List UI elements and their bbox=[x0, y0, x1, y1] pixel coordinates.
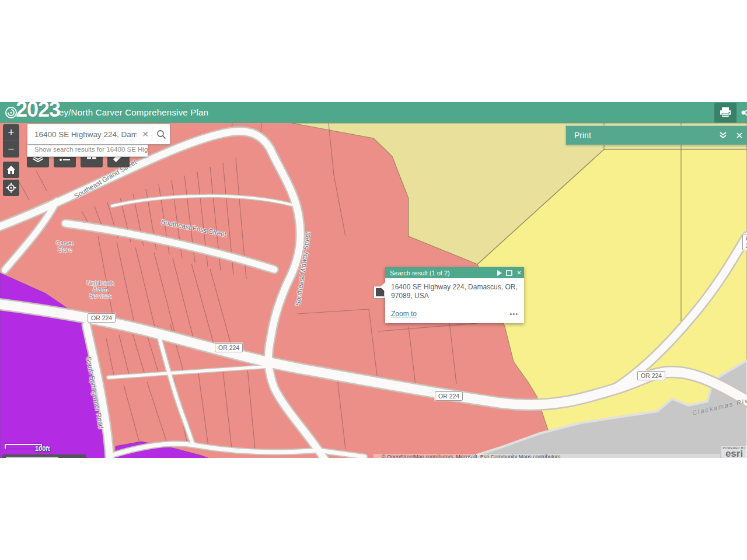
app-header: ey/North Carver Comprehensive Plan bbox=[0, 102, 747, 123]
search-result-popup: Search result (1 of 2) ✕ 16400 SE Highwa… bbox=[385, 267, 524, 323]
attribution-left-pill bbox=[2, 454, 86, 458]
double-chevron-down-icon bbox=[719, 131, 727, 139]
locate-button[interactable] bbox=[3, 180, 19, 196]
highway-shield-or224-2: OR 224 bbox=[215, 343, 243, 352]
esri-logo: POWERED BY esri bbox=[721, 446, 747, 458]
zoom-controls: + − bbox=[3, 124, 19, 158]
search-suggestion-text: Show search results for 16400 SE Hig... bbox=[27, 146, 148, 153]
popup-address-line2: 97089, USA bbox=[391, 292, 429, 300]
attribution-string: © OpenStreetMap contributors, Microsoft,… bbox=[374, 454, 720, 458]
home-button[interactable] bbox=[3, 162, 19, 178]
popup-footer: Zoom to ••• bbox=[385, 303, 524, 323]
page-title: ey/North Carver Comprehensive Plan bbox=[59, 107, 208, 117]
poi-carver-line2: Store bbox=[58, 247, 72, 253]
print-panel-header: Print ✕ bbox=[566, 125, 747, 145]
poi-nighthawk-line2: Alarm bbox=[93, 286, 108, 293]
attribution-text: © OpenStreetMap contributors, Microsoft,… bbox=[374, 454, 720, 458]
popup-dock-button[interactable] bbox=[504, 270, 514, 276]
print-panel-title: Print bbox=[566, 131, 715, 140]
highway-shield-or224-3: OR 224 bbox=[435, 391, 463, 401]
popup-title: Search result (1 of 2) bbox=[385, 270, 494, 276]
scale-bar: 100ft bbox=[5, 444, 42, 449]
poi-carver-line1: Carver bbox=[56, 240, 74, 247]
search-input[interactable] bbox=[27, 124, 139, 144]
locate-icon bbox=[6, 183, 16, 193]
zoom-to-link[interactable]: Zoom to bbox=[391, 310, 509, 318]
search-submit-button[interactable] bbox=[152, 124, 170, 144]
printer-icon bbox=[719, 106, 732, 119]
print-tool-button[interactable] bbox=[714, 103, 736, 123]
print-panel-close-button[interactable]: ✕ bbox=[731, 130, 747, 141]
highway-shield-or224-4: OR 224 bbox=[637, 371, 665, 380]
play-icon bbox=[497, 270, 502, 276]
map-application: Southeast Grand Street Southeast Foss St… bbox=[0, 102, 747, 458]
search-widget: ✕ bbox=[27, 124, 170, 145]
popup-more-options-button[interactable]: ••• bbox=[509, 310, 518, 317]
popup-address: 16400 SE Highway 224, Damascus, OR, 9708… bbox=[385, 278, 524, 303]
scale-bar-label: 100ft bbox=[35, 445, 50, 452]
poi-label-nighthawk: Nighthawk Alarm Services bbox=[82, 280, 119, 299]
highway-shield-or224-1: OR 224 bbox=[88, 313, 116, 323]
search-icon bbox=[156, 130, 166, 139]
search-clear-icon[interactable]: ✕ bbox=[139, 130, 152, 139]
popup-header[interactable]: Search result (1 of 2) ✕ bbox=[385, 267, 524, 278]
esri-wordmark: esri bbox=[721, 450, 747, 458]
poi-nighthawk-line1: Nighthawk bbox=[87, 280, 114, 286]
zoom-out-button[interactable]: − bbox=[3, 141, 19, 158]
dock-icon bbox=[506, 270, 512, 276]
popup-close-button[interactable]: ✕ bbox=[514, 270, 524, 276]
popup-address-line1: 16400 SE Highway 224, Damascus, OR, bbox=[391, 283, 518, 291]
zoom-in-button[interactable]: + bbox=[3, 124, 19, 141]
popup-pointer bbox=[380, 282, 385, 292]
watermark-2023: 2023 bbox=[16, 102, 60, 122]
print-panel-collapse-button[interactable] bbox=[715, 131, 731, 139]
share-icon bbox=[739, 104, 747, 121]
share-tool-button[interactable] bbox=[739, 104, 747, 121]
popup-next-result-button[interactable] bbox=[494, 270, 504, 276]
poi-nighthawk-line3: Services bbox=[89, 293, 111, 299]
highway-shield-or224-partial: OR 224 bbox=[742, 234, 747, 250]
poi-label-carver-store: Carver Store bbox=[50, 240, 80, 253]
home-icon bbox=[6, 165, 16, 174]
